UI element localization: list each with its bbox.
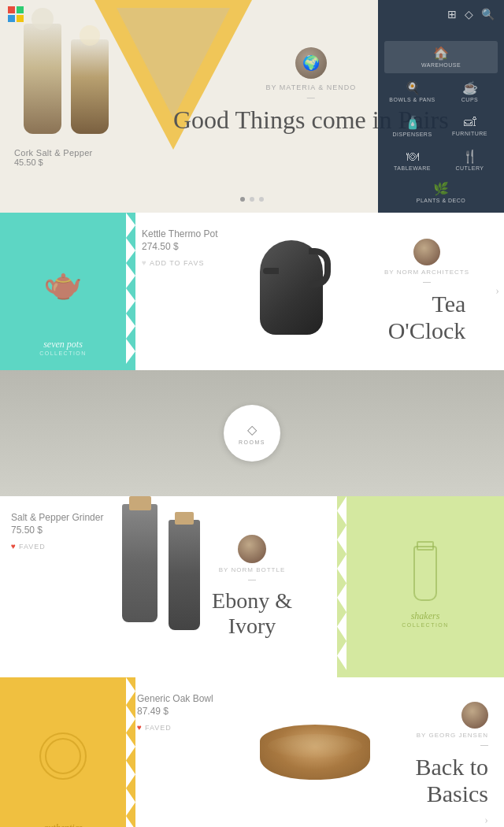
basics-faved-label: FAVED — [145, 724, 172, 732]
basics-title-line2: Basics — [427, 781, 488, 807]
grinder-body-1 — [122, 504, 158, 622]
tea-favs-label: ADD TO FAVS — [150, 259, 205, 267]
basics-author-avatar — [461, 702, 488, 729]
ebony-title-line1: Ebony & — [212, 588, 292, 613]
nav-item-furniture[interactable]: 🛋 FURNITURE — [442, 109, 498, 143]
nav-furniture-icon: 🛋 — [464, 115, 476, 129]
ebony-product-info: Salt & Pepper Grinder 75.50 $ ♥ FAVED — [0, 496, 126, 677]
nav-cups-icon: ☕ — [462, 80, 478, 95]
ebony-title: Ebony & Ivory — [212, 588, 292, 639]
app-logo[interactable] — [8, 6, 24, 22]
ebony-dash: — — [248, 575, 256, 584]
dot-3[interactable] — [259, 197, 264, 202]
bowl-shape — [260, 725, 370, 780]
nav-item-cups[interactable]: ☕ CUPS — [442, 75, 498, 108]
rooms-diamond-icon: ◇ — [247, 422, 257, 437]
basics-product-info: Generic Oak Bowl 87.49 $ ♥ FAVED — [126, 677, 346, 827]
tea-heart-icon: ♥ — [142, 258, 146, 267]
nav-bowls-label: BOWLS & PANS — [389, 97, 435, 102]
ebony-heart-icon: ♥ — [11, 542, 16, 551]
basics-heart-icon: ♥ — [137, 723, 142, 732]
nav-dispensers-label: DISPENSERS — [392, 132, 432, 137]
nav-diamond-icon[interactable]: ◇ — [465, 8, 473, 36]
logo-sq-blue — [8, 15, 15, 22]
logo-sq-red — [8, 6, 15, 13]
basics-dash: — — [480, 740, 488, 749]
ebony-collection-panel: shakers COLLECTION — [346, 496, 504, 677]
nav-tableware-icon: 🍽 — [406, 150, 419, 164]
nav-item-bowls[interactable]: 🍳 BOWLS & PANS — [384, 75, 440, 108]
nav-cups-label: CUPS — [461, 97, 478, 102]
basics-collection-label: authentics COLLECTION — [39, 822, 87, 827]
basics-product-price: 87.49 $ — [137, 706, 335, 717]
nav-grid-icon[interactable]: ⊞ — [447, 8, 457, 36]
kettle-handle — [309, 248, 331, 287]
nav-plants-icon: 🌿 — [433, 181, 449, 196]
tea-chevron-right[interactable]: › — [495, 285, 499, 298]
nav-item-warehouse[interactable]: 🏠 WAREHOUSE — [384, 41, 498, 74]
rooms-button[interactable]: ◇ ROOMS — [224, 405, 280, 462]
bowl-image — [260, 725, 378, 803]
ebony-product-name: Salt & Pepper Grinder — [11, 512, 115, 523]
ebony-faved[interactable]: ♥ FAVED — [11, 542, 115, 551]
nav-warehouse-label: WAREHOUSE — [421, 62, 461, 68]
hero-section: Cork Salt & Pepper 45.50 $ 🌍 BY MATERIA … — [0, 0, 504, 213]
nav-bowls-icon: 🍳 — [405, 80, 421, 95]
bowl-circles-icon — [39, 732, 87, 780]
hero-product-name: Cork Salt & Pepper — [14, 148, 93, 158]
basics-chevron-right[interactable]: › — [484, 814, 488, 827]
basics-title-line1: Back to — [416, 754, 488, 780]
nav-cutlery-icon: 🍴 — [462, 149, 478, 164]
hero-avatar: 🌍 — [295, 47, 327, 79]
teapot-icon: 🫖 — [43, 265, 83, 302]
tea-kettle-image — [252, 224, 331, 358]
nav-cutlery-label: CUTLERY — [455, 165, 484, 171]
salt-shaker-right — [71, 39, 109, 134]
nav-item-cutlery[interactable]: 🍴 CUTLERY — [442, 143, 498, 176]
grinder-1 — [122, 504, 158, 630]
basics-collection-panel: authentics COLLECTION — [0, 677, 126, 827]
nav-item-tableware[interactable]: 🍽 TABLEWARE — [384, 143, 440, 176]
tea-section: 🫖 seven pots COLLECTION Kettle Thermo Po… — [0, 213, 504, 370]
rooms-btn-label: ROOMS — [239, 439, 265, 445]
tea-product-info: Kettle Thermo Pot 274.50 $ ♥ ADD TO FAVS — [126, 213, 362, 370]
tea-title-line1: Tea — [432, 291, 465, 317]
tea-collection-label: seven pots COLLECTION — [39, 339, 87, 356]
basics-collection-name: authentics — [39, 822, 87, 827]
dot-1[interactable] — [240, 197, 245, 202]
nav-search-icon[interactable]: 🔍 — [481, 8, 495, 36]
nav-tableware-label: TABLEWARE — [394, 165, 431, 171]
basics-title: Back to Basics — [416, 754, 488, 808]
basics-by-label: BY GEORG JENSEN — [417, 732, 488, 739]
nav-sidebar: ⊞ ◇ 🔍 🏠 WAREHOUSE 🍳 BOWLS & PANS ☕ CUPS … — [378, 0, 504, 213]
ebony-product-price: 75.50 $ — [11, 525, 115, 536]
rooms-section: ◇ ROOMS — [0, 370, 504, 496]
tea-author-avatar — [413, 239, 440, 265]
ebony-title-line2: Ivory — [228, 614, 276, 638]
nav-item-dispensers[interactable]: 🧴 DISPENSERS — [384, 109, 440, 143]
ebony-faved-label: FAVED — [19, 543, 46, 551]
dot-2[interactable] — [250, 197, 254, 202]
salt-shaker-left — [24, 24, 61, 134]
basics-section: authentics COLLECTION Generic Oak Bowl 8… — [0, 677, 504, 827]
tea-title-line2: O'Clock — [388, 317, 466, 343]
ebony-collection-name: shakers — [411, 610, 440, 622]
tea-collection-sub: COLLECTION — [39, 350, 87, 356]
ebony-section: Salt & Pepper Grinder 75.50 $ ♥ FAVED BY… — [0, 496, 504, 677]
logo-sq-green — [17, 6, 24, 13]
nav-plants-label: PLANTS & DECO — [417, 198, 466, 203]
ebony-collection-sub: COLLECTION — [402, 622, 449, 628]
nav-warehouse-icon: 🏠 — [433, 46, 449, 61]
kettle-spout — [263, 268, 279, 274]
hero-dots — [240, 197, 264, 202]
tea-title-panel: BY NORM ARCHITECTS — Tea O'Clock › — [362, 213, 504, 370]
grinder-top-1 — [129, 496, 151, 510]
basics-product-name: Generic Oak Bowl — [137, 693, 335, 704]
tea-dash: — — [423, 277, 431, 286]
nav-item-plants[interactable]: 🌿 PLANTS & DECO — [384, 178, 498, 206]
hero-product-price: 45.50 $ — [14, 158, 93, 167]
ebony-by-label: BY NORM BOTTLE — [219, 566, 286, 573]
tea-by-label: BY NORM ARCHITECTS — [384, 269, 469, 276]
ebony-zigzag — [337, 496, 346, 677]
hero-product-image — [24, 24, 109, 134]
